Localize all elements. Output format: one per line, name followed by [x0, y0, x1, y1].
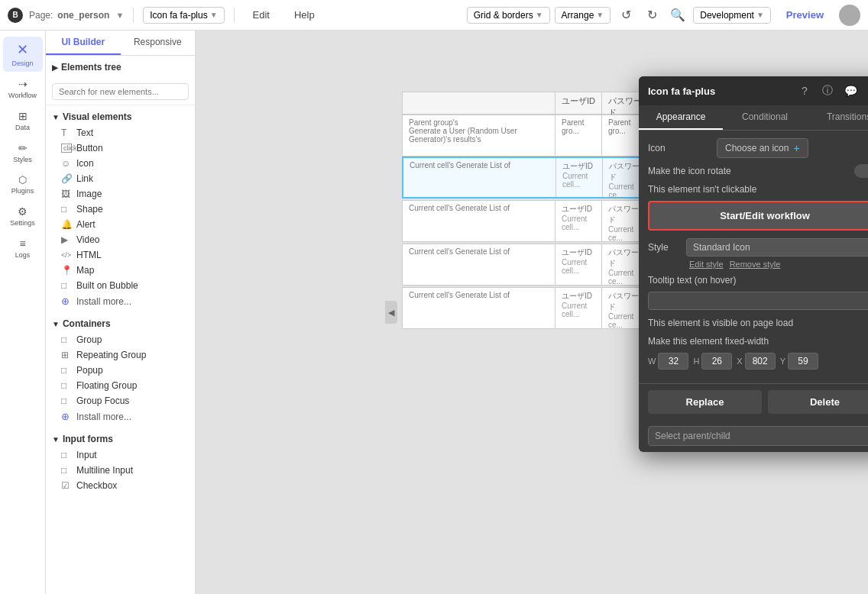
x-group: X: [737, 353, 775, 370]
redo-button[interactable]: ↻: [641, 5, 662, 26]
sidebar-item-data[interactable]: ⊞ Data: [3, 105, 43, 136]
parent-select-dropdown[interactable]: Select parent/child ▼: [648, 426, 868, 446]
make-rotate-toggle[interactable]: [854, 164, 868, 178]
element-link[interactable]: 🔗 Link: [46, 171, 195, 186]
overlay-tab-conditional[interactable]: Conditional: [723, 105, 807, 130]
page-dropdown-arrow[interactable]: ▼: [115, 11, 124, 20]
elements-panel: UI Builder Responsive ▶ Elements tree ▼ …: [46, 31, 196, 594]
arrange-label: Arrange: [562, 10, 594, 21]
element-popup[interactable]: □ Popup: [46, 363, 195, 378]
y-input[interactable]: [788, 353, 818, 370]
visual-elements-header[interactable]: ▼ Visual elements: [46, 108, 195, 125]
row5-cell-2: ユーザIDCurrent cell...: [555, 288, 602, 328]
element-alert[interactable]: 🔔 Alert: [46, 217, 195, 232]
close-button[interactable]: ✕: [865, 82, 868, 99]
style-form-row: Style Standard Icon ▼: [648, 238, 868, 257]
user-avatar[interactable]: [839, 5, 860, 26]
element-name: Icon fa fa-plus: [150, 10, 207, 21]
edit-button[interactable]: Edit: [244, 6, 279, 24]
icon-form-row: Icon Choose an icon +: [648, 138, 868, 158]
delete-button[interactable]: Delete: [768, 390, 868, 414]
install-more-containers-icon: ⊕: [61, 411, 72, 422]
not-clickable-label: This element isn't clickable: [648, 184, 868, 195]
undo-button[interactable]: ↺: [615, 5, 636, 26]
element-group-focus[interactable]: □ Group Focus: [46, 393, 195, 408]
x-input[interactable]: [745, 353, 776, 370]
search-button[interactable]: 🔍: [667, 5, 688, 26]
style-select[interactable]: Standard Icon ▼: [686, 238, 868, 257]
h-input[interactable]: [701, 353, 732, 370]
header-cell-0: [403, 92, 555, 114]
input-forms-header[interactable]: ▼ Input forms: [46, 431, 195, 447]
element-checkbox[interactable]: ☑ Checkbox: [46, 478, 195, 493]
element-floating-group[interactable]: □ Floating Group: [46, 378, 195, 393]
remove-style-link[interactable]: Remove style: [730, 260, 781, 269]
w-input[interactable]: [658, 353, 688, 370]
element-dropdown[interactable]: Icon fa fa-plus ▼: [143, 7, 224, 24]
tab-responsive[interactable]: Responsive: [121, 31, 196, 55]
input-icon: □: [61, 450, 72, 460]
sidebar-item-design[interactable]: ✕ Design: [3, 37, 43, 72]
height-group: H: [693, 353, 732, 370]
shape-icon: □: [61, 204, 72, 215]
element-input[interactable]: □ Input: [46, 447, 195, 463]
elements-tree-header[interactable]: ▶ Elements tree: [46, 59, 195, 76]
containers-header[interactable]: ▼ Containers: [46, 315, 195, 332]
tab-ui-builder[interactable]: UI Builder: [46, 31, 121, 55]
overlay-tab-transitions[interactable]: Transitions: [807, 105, 868, 130]
sidebar-item-settings[interactable]: ⚙ Settings: [3, 201, 43, 231]
install-more-containers[interactable]: ⊕ Install more...: [46, 408, 195, 425]
row1-cell-2: Parent gro...: [555, 115, 602, 156]
sidebar-item-plugins[interactable]: ⬡ Plugins: [3, 169, 43, 199]
overlay-panel: Icon fa fa-plus ? ⓘ 💬 ✕ Appearance Condi…: [639, 76, 868, 452]
element-button[interactable]: click Button: [46, 140, 195, 156]
sidebar-item-logs[interactable]: ≡ Logs: [3, 233, 43, 263]
canvas: ◀ ユーザID パスワード Email Parent group'sGenera…: [196, 31, 868, 594]
visible-label: This element is visible on page load: [648, 318, 868, 328]
sidebar-item-styles[interactable]: ✏ Styles: [3, 137, 43, 168]
row3-cell-2: ユーザIDCurrent cell...: [555, 201, 602, 241]
elements-tree-arrow: ▶: [52, 63, 58, 72]
search-input[interactable]: [52, 83, 189, 100]
element-repeating-group[interactable]: ⊞ Repeating Group: [46, 347, 195, 363]
help-circle-button[interactable]: ?: [796, 82, 813, 99]
collapse-panel-button[interactable]: ◀: [385, 301, 397, 324]
icon-icon: ☺: [61, 158, 72, 169]
overlay-tab-appearance[interactable]: Appearance: [639, 105, 723, 130]
parent-select-label: Select parent/child: [655, 431, 730, 441]
sidebar-item-workflow[interactable]: ⇢ Workflow: [3, 73, 43, 104]
tooltip-input[interactable]: [648, 292, 868, 310]
workflow-icon: ⇢: [18, 78, 28, 90]
workflow-button[interactable]: Start/Edit workflow: [648, 201, 868, 231]
element-text[interactable]: T Text: [46, 125, 195, 140]
element-built-on-bubble[interactable]: □ Built on Bubble: [46, 278, 195, 293]
choose-icon-label: Choose an icon: [725, 143, 789, 153]
arrange-dropdown[interactable]: Arrange ▼: [555, 7, 611, 24]
element-multiline-input[interactable]: □ Multiline Input: [46, 463, 195, 478]
element-image[interactable]: 🖼 Image: [46, 186, 195, 202]
help-button[interactable]: Help: [285, 6, 324, 24]
element-video[interactable]: ▶ Video: [46, 232, 195, 247]
preview-button[interactable]: Preview: [776, 6, 834, 24]
edit-style-link[interactable]: Edit style: [689, 260, 724, 269]
development-dropdown[interactable]: Development ▼: [693, 7, 771, 24]
element-shape[interactable]: □ Shape: [46, 202, 195, 217]
elements-tree-label: Elements tree: [61, 62, 121, 73]
install-more-visual[interactable]: ⊕ Install more...: [46, 293, 195, 309]
style-links: Edit style Remove style: [648, 260, 868, 269]
choose-icon-button[interactable]: Choose an icon +: [717, 138, 808, 158]
replace-button[interactable]: Replace: [648, 390, 762, 414]
grid-borders-dropdown[interactable]: Grid & borders ▼: [467, 7, 550, 24]
topbar: B Page: one_person ▼ Icon fa fa-plus ▼ E…: [0, 0, 868, 31]
dimensions-row: W H X Y: [648, 353, 868, 370]
info-button[interactable]: ⓘ: [819, 82, 836, 99]
comment-button[interactable]: 💬: [842, 82, 859, 99]
row5-cell-1: Current cell's Generate List of: [403, 288, 555, 328]
element-map[interactable]: 📍 Map: [46, 263, 195, 278]
page-label: Page:: [29, 10, 53, 21]
element-html[interactable]: </> HTML: [46, 247, 195, 263]
element-group[interactable]: □ Group: [46, 332, 195, 347]
row4-cell-2: ユーザIDCurrent cell...: [555, 244, 602, 285]
element-icon[interactable]: ☺ Icon: [46, 156, 195, 171]
y-group: Y: [780, 353, 818, 370]
